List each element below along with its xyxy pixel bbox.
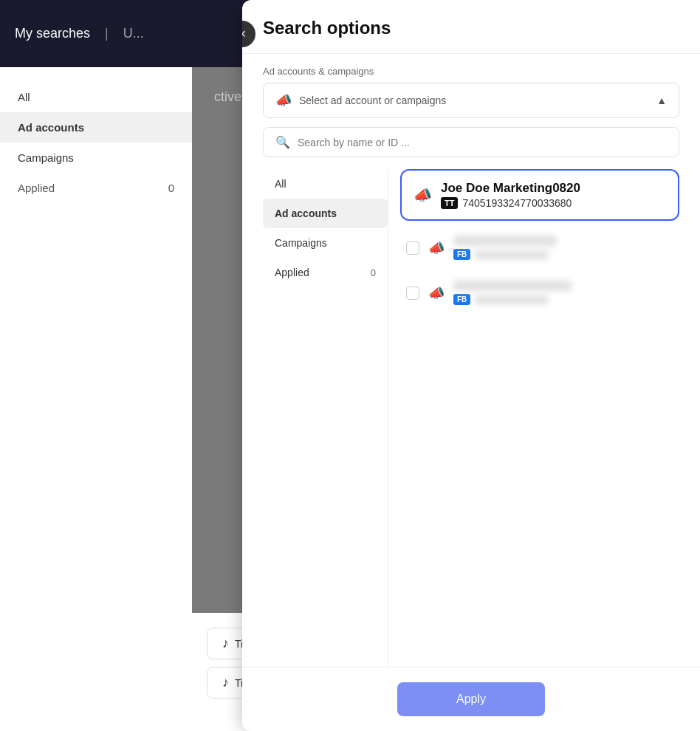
filter-tab-ad-accounts[interactable]: Ad accounts bbox=[263, 199, 388, 228]
search-input[interactable] bbox=[298, 137, 667, 148]
filter-left-panel: All Ad accounts Campaigns Applied 0 bbox=[263, 169, 388, 667]
filter-results-panel: 📣 Joe Doe Marketing0820 TT 7405193324770… bbox=[388, 169, 679, 667]
dropdown-text: Select ad account or campaigns bbox=[299, 95, 446, 106]
search-options-modal: × Search options Ad accounts & campaigns… bbox=[242, 0, 700, 731]
megaphone-icon: 📣 bbox=[275, 92, 292, 109]
blurred-id-2 bbox=[475, 295, 549, 304]
blurred-row-1: FB bbox=[453, 249, 557, 260]
bg-sidebar: All Ad accounts Campaigns Applied 0 bbox=[0, 67, 192, 731]
account-name: Joe Doe Marketing0820 bbox=[441, 181, 580, 196]
second-label: U... bbox=[123, 26, 144, 41]
account-id-row: TT 7405193324770033680 bbox=[441, 197, 580, 209]
chevron-up-icon: ▲ bbox=[656, 95, 667, 106]
blurred-item-1[interactable]: 📣 FB bbox=[400, 228, 679, 267]
blurred-content-1: FB bbox=[453, 236, 557, 260]
blurred-megaphone-icon-1: 📣 bbox=[428, 240, 445, 256]
blurred-name-2 bbox=[453, 281, 572, 291]
search-box: 🔍 bbox=[263, 127, 679, 157]
filter-tab-all[interactable]: All bbox=[263, 169, 388, 199]
divider: | bbox=[105, 26, 109, 41]
bg-sidebar-ad-accounts[interactable]: Ad accounts bbox=[0, 112, 192, 143]
modal-body: Ad accounts & campaigns 📣 Select ad acco… bbox=[242, 54, 700, 667]
blurred-name-1 bbox=[453, 236, 557, 246]
apply-button[interactable]: Apply bbox=[397, 682, 545, 716]
account-id: 7405193324770033680 bbox=[462, 197, 572, 209]
blurred-item-2[interactable]: 📣 FB bbox=[400, 273, 679, 312]
bg-sidebar-campaigns[interactable]: Campaigns bbox=[0, 143, 192, 173]
fb-badge-1: FB bbox=[453, 249, 470, 260]
account-megaphone-icon: 📣 bbox=[414, 186, 432, 204]
section-label: Ad accounts & campaigns bbox=[242, 54, 700, 83]
filter-sidebar-content: All Ad accounts Campaigns Applied 0 bbox=[242, 169, 700, 667]
bg-sidebar-all[interactable]: All bbox=[0, 82, 192, 112]
tt-badge: TT bbox=[441, 197, 458, 209]
bg-sidebar-applied[interactable]: Applied 0 bbox=[0, 173, 192, 203]
blurred-content-2: FB bbox=[453, 281, 572, 305]
fb-badge-2: FB bbox=[453, 294, 470, 305]
dropdown-left: 📣 Select ad account or campaigns bbox=[275, 92, 446, 109]
filter-tab-applied[interactable]: Applied 0 bbox=[263, 258, 388, 287]
modal-footer: Apply bbox=[242, 667, 700, 731]
close-icon: × bbox=[242, 27, 246, 42]
checkbox-1[interactable] bbox=[406, 241, 419, 255]
modal-header: Search options bbox=[242, 0, 700, 54]
tiktok-global-icon: ♪ bbox=[222, 675, 229, 690]
modal-title: Search options bbox=[263, 18, 391, 38]
tiktok-icon: ♪ bbox=[222, 636, 229, 651]
checkbox-2[interactable] bbox=[406, 286, 419, 300]
account-info: Joe Doe Marketing0820 TT 740519332477003… bbox=[441, 181, 580, 209]
my-searches-label: My searches bbox=[15, 26, 90, 41]
full-content-area: 🔍 All Ad accounts Campaigns bbox=[242, 127, 700, 667]
blurred-id-1 bbox=[475, 250, 549, 259]
ad-account-dropdown[interactable]: 📣 Select ad account or campaigns ▲ bbox=[263, 83, 679, 118]
search-icon: 🔍 bbox=[275, 135, 290, 149]
filter-tab-campaigns[interactable]: Campaigns bbox=[263, 228, 388, 258]
blurred-megaphone-icon-2: 📣 bbox=[428, 285, 445, 301]
selected-ad-account-item[interactable]: 📣 Joe Doe Marketing0820 TT 7405193324770… bbox=[400, 169, 679, 221]
blurred-row-2: FB bbox=[453, 294, 572, 305]
